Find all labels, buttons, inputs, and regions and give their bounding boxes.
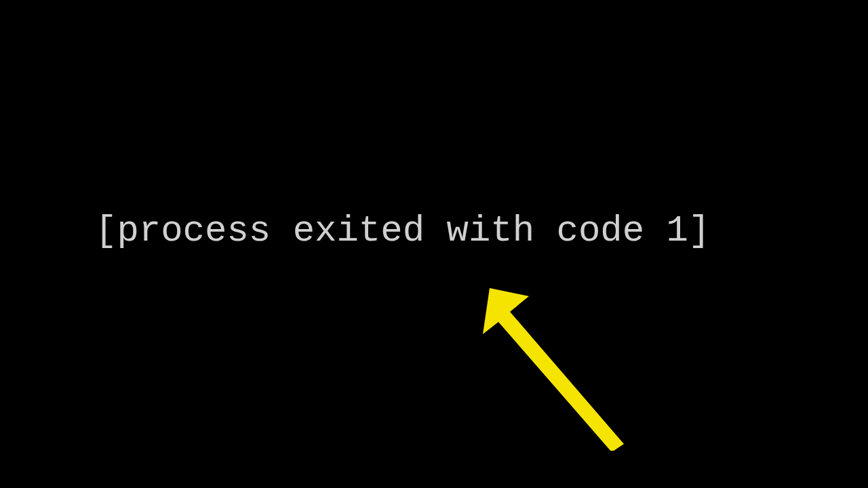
annotation-arrow-icon	[481, 281, 631, 451]
svg-marker-0	[483, 288, 624, 451]
terminal-exit-message: [process exited with code 1]	[95, 210, 710, 251]
